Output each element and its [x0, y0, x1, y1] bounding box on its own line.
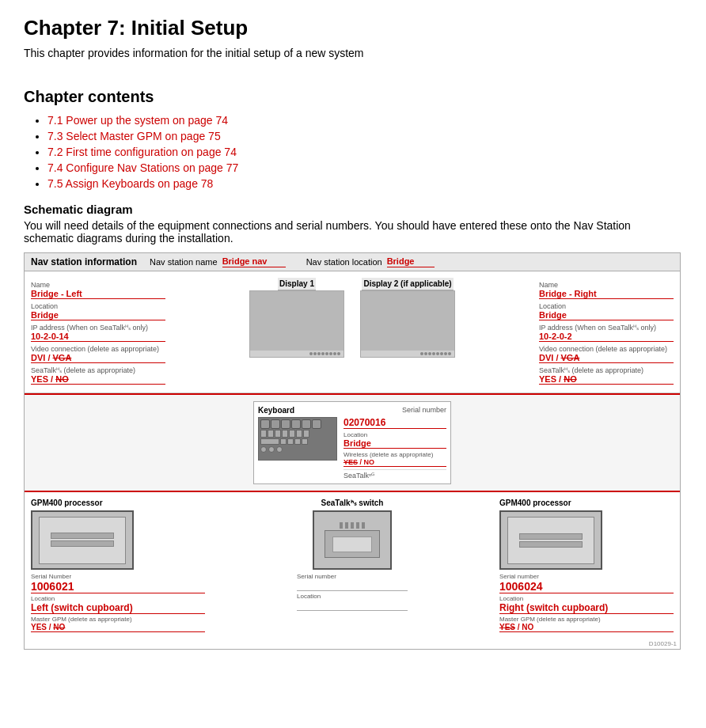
keyboard-panel: Keyboard Serial number	[253, 401, 451, 484]
contents-link-1[interactable]: 7.1 Power up the system on page 74	[47, 114, 228, 127]
chapter-title: Chapter 7: Initial Setup	[24, 16, 682, 40]
keyboard-row2	[260, 430, 335, 438]
gpm-right-serial-value: 1006024	[499, 580, 674, 593]
display1-box	[249, 290, 344, 358]
left-location-label: Location	[31, 302, 165, 310]
seatalk-location-label: Location	[297, 593, 408, 600]
left-name-label: Name	[31, 281, 165, 289]
contents-list: 7.1 Power up the system on page 74 7.3 S…	[24, 114, 682, 190]
gpm-right-section: GPM400 processor Serial number 1006024 L…	[499, 499, 674, 632]
display2-container: Display 2 (if applicable)	[360, 278, 455, 358]
keyboard-graphic	[258, 417, 337, 461]
left-ip-value: 10-2-0-14	[31, 332, 165, 342]
right-name-label: Name	[539, 281, 674, 289]
gpm-right-location-value: Right (switch cupboard)	[499, 602, 674, 614]
contents-link-2[interactable]: 7.3 Select Master GPM on page 75	[47, 130, 221, 142]
seatalk-switch-section: SeaTalkʰₛ switch Serial number Loc	[205, 499, 499, 632]
seatalk-switch-label: SeaTalkʰₛ switch	[321, 499, 384, 507]
display1-controls	[250, 351, 344, 357]
gpm-right-master-value: YES / NO	[499, 623, 674, 632]
contents-link-3[interactable]: 7.2 First time configuration on page 74	[47, 146, 237, 158]
keyboard-label: Keyboard	[258, 406, 294, 415]
gpm-left-location-label: Location	[31, 595, 205, 602]
schematic-diagram: Nav station information Nav station name…	[24, 252, 681, 650]
gpm-left-section: GPM400 processor Serial Number 1006021 L…	[31, 499, 205, 632]
gpm-right-info: Serial number 1006024 Location Right (sw…	[499, 573, 674, 632]
right-video-value: DVI / VGA	[539, 353, 674, 363]
list-item[interactable]: 7.1 Power up the system on page 74	[47, 114, 682, 127]
schematic-title: Schematic diagram	[24, 203, 682, 216]
list-item[interactable]: 7.4 Configure Nav Stations on page 77	[47, 161, 682, 174]
nav-station-location-label: Nav station location	[306, 257, 382, 267]
gpm-right-box	[499, 510, 602, 570]
displays-row: Display 1 Display 2 (if applicable)	[249, 278, 455, 358]
bottom-row: GPM400 processor Serial Number 1006021 L…	[25, 492, 680, 639]
keyboard-serial-label: Serial number	[402, 406, 446, 415]
keyboard-body: 02070016 Location Bridge Wireless (delet…	[258, 417, 446, 480]
seatalk-switch-box	[313, 510, 392, 570]
gpm-right-location-label: Location	[499, 595, 674, 602]
keyboard-info: 02070016 Location Bridge Wireless (delet…	[344, 417, 446, 480]
keyboard-location-label: Location	[344, 431, 446, 438]
gpm-right-serial-label: Serial number	[499, 573, 674, 580]
keyboard-dpad	[260, 446, 335, 453]
keyboard-wireless-value: YES / NO	[344, 458, 446, 467]
list-item[interactable]: 7.3 Select Master GPM on page 75	[47, 130, 682, 142]
gpm-right-master-label: Master GPM (delete as appropriate)	[499, 616, 674, 623]
mid-row: Keyboard Serial number	[25, 393, 680, 492]
top-row: Name Bridge - Left Location Bridge IP ad…	[25, 271, 680, 393]
right-location-value: Bridge	[539, 310, 674, 320]
contents-link-4[interactable]: 7.4 Configure Nav Stations on page 77	[47, 161, 238, 174]
display2-controls	[361, 351, 454, 357]
gpm-left-serial-label: Serial Number	[31, 573, 205, 580]
gpm-left-location-value: Left (switch cupboard)	[31, 602, 205, 614]
nav-station-location-value: Bridge	[387, 256, 435, 267]
contents-link-5[interactable]: 7.5 Assign Keyboards on page 78	[47, 177, 213, 190]
keyboard-wireless-label: Wireless (delete as appropriate)	[344, 451, 446, 458]
keyboard-seatalk-label: SeaTalkⁿᴳ	[344, 469, 446, 480]
keyboard-row3	[260, 438, 335, 445]
right-seatalk-value: YES / NO	[539, 374, 674, 385]
gpm-left-master-value: YES / NO	[31, 623, 205, 632]
keyboard-header: Keyboard Serial number	[258, 406, 446, 415]
displays-area: Display 1 Display 2 (if applicable)	[173, 278, 531, 386]
diagram-id: D10029-1	[25, 639, 680, 649]
schematic-desc: You will need details of the equipment c…	[24, 219, 682, 245]
right-ip-label: IP address (When on SeaTalkᴴₛ only)	[539, 324, 674, 332]
nav-header-bar: Nav station information Nav station name…	[25, 253, 680, 271]
keyboard-row1	[260, 419, 335, 429]
keyboard-location-value: Bridge	[344, 438, 446, 449]
gpm-right-label: GPM400 processor	[499, 499, 674, 507]
keyboard-serial-value: 02070016	[344, 417, 446, 429]
display2-box	[360, 290, 455, 358]
chapter-intro: This chapter provides information for th…	[24, 47, 682, 59]
left-video-value: DVI / VGA	[31, 353, 165, 363]
left-ip-label: IP address (When on SeaTalkᴴₛ only)	[31, 324, 165, 332]
list-item[interactable]: 7.2 First time configuration on page 74	[47, 146, 682, 158]
display1-screen	[250, 291, 344, 351]
nav-station-name-label: Nav station name	[150, 257, 218, 267]
gpm-right-inner	[507, 517, 594, 564]
seatalk-serial-blank	[297, 580, 408, 591]
seatalk-pins-top	[340, 522, 365, 529]
left-seatalk-value: YES / NO	[31, 374, 165, 385]
right-ip-value: 10-2-0-2	[539, 332, 674, 342]
gpm-left-serial-value: 1006021	[31, 580, 205, 593]
nav-station-name-value: Bridge nav	[222, 256, 286, 267]
right-name-value: Bridge - Right	[539, 289, 674, 299]
display1-label: Display 1	[278, 278, 316, 290]
display1-container: Display 1	[249, 278, 344, 358]
gpm-left-info: Serial Number 1006021 Location Left (swi…	[31, 573, 205, 632]
seatalk-location-blank	[297, 600, 408, 611]
right-seatalk-label: SeaTalkᴴₛ (delete as appropriate)	[539, 366, 674, 374]
display2-screen	[361, 291, 454, 351]
nav-station-info-label: Nav station information	[31, 256, 137, 267]
contents-heading: Chapter contents	[24, 88, 682, 106]
list-item[interactable]: 7.5 Assign Keyboards on page 78	[47, 177, 682, 190]
gpm-left-label: GPM400 processor	[31, 499, 205, 507]
gpm-left-master-label: Master GPM (delete as appropriate)	[31, 616, 205, 623]
right-location-label: Location	[539, 302, 674, 310]
left-video-label: Video connection (delete as appropriate)	[31, 345, 165, 353]
right-station-panel: Name Bridge - Right Location Bridge IP a…	[539, 278, 674, 386]
seatalk-serial-label: Serial number	[297, 573, 408, 580]
